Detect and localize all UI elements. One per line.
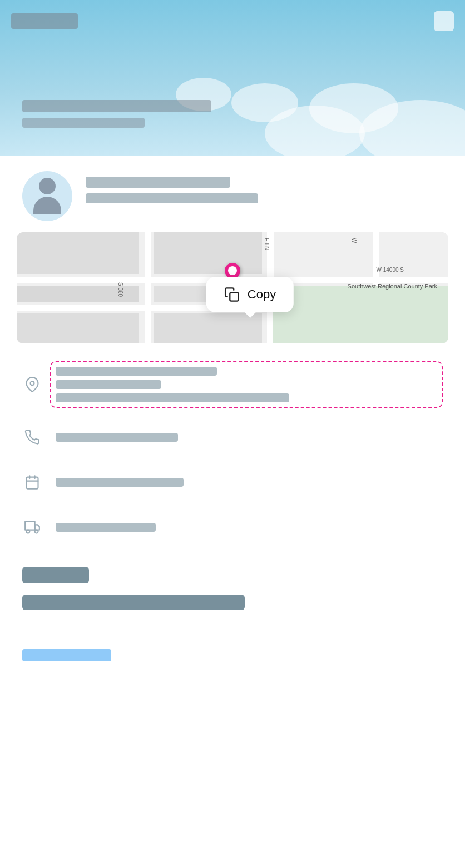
street-label-w: W xyxy=(351,238,357,243)
svg-point-1 xyxy=(31,381,34,385)
date-value xyxy=(56,478,184,487)
svg-rect-6 xyxy=(25,522,34,530)
map-pin xyxy=(225,263,240,278)
phone-icon xyxy=(22,427,42,447)
profile-name xyxy=(86,177,230,188)
address-line-3 xyxy=(56,393,289,402)
location-icon xyxy=(22,375,42,395)
svg-rect-0 xyxy=(230,293,238,301)
copy-tooltip[interactable]: Copy xyxy=(206,277,294,312)
category-row xyxy=(0,505,465,550)
svg-point-8 xyxy=(27,530,30,533)
hero-top-bar xyxy=(11,11,454,31)
svg-rect-2 xyxy=(27,477,38,489)
park-label: Southwest Regional County Park xyxy=(348,282,437,291)
profile-section xyxy=(0,156,465,232)
street-label-w14000s: W 14000 S xyxy=(377,267,404,273)
category-icon xyxy=(22,517,42,537)
map-container[interactable]: W 14000 S S 360 E LN W + Southwest Regio… xyxy=(17,232,448,343)
category-value xyxy=(56,523,156,532)
svg-marker-7 xyxy=(35,525,39,530)
hero-section xyxy=(0,0,465,156)
info-section xyxy=(0,355,465,550)
address-text-group xyxy=(56,367,289,402)
address-line-1 xyxy=(56,367,217,376)
hero-text-line-1 xyxy=(22,100,211,112)
profile-subtitle xyxy=(86,193,258,203)
address-row xyxy=(0,355,465,415)
hero-title xyxy=(11,13,78,29)
hero-content xyxy=(22,100,211,128)
footer-section xyxy=(0,550,465,678)
profile-info xyxy=(86,171,258,203)
footer-wide-bar xyxy=(22,595,245,610)
hero-text-line-2 xyxy=(22,118,145,128)
avatar-body xyxy=(33,178,61,214)
avatar xyxy=(22,171,72,221)
address-line-2 xyxy=(56,380,161,389)
street-label-s360: S 360 xyxy=(117,282,123,297)
map-background: W 14000 S S 360 E LN W + Southwest Regio… xyxy=(17,232,448,343)
phone-row xyxy=(0,415,465,460)
copy-icon xyxy=(224,287,240,302)
calendar-icon xyxy=(22,472,42,492)
date-row xyxy=(0,460,465,505)
svg-point-9 xyxy=(35,530,38,533)
street-label-eln: E LN xyxy=(264,238,270,250)
footer-link[interactable] xyxy=(22,649,111,661)
phone-value xyxy=(56,433,178,442)
avatar-torso xyxy=(33,197,61,214)
menu-icon[interactable] xyxy=(434,11,454,31)
footer-tag xyxy=(22,567,89,583)
copy-label: Copy xyxy=(248,287,276,302)
avatar-head xyxy=(39,178,56,194)
